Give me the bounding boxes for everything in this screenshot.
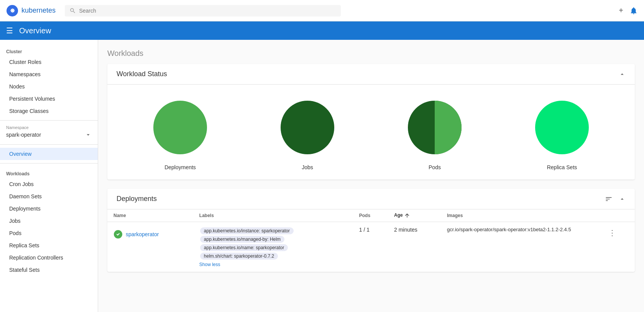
chart-jobs: Jobs xyxy=(277,97,338,170)
main-layout: Cluster Cluster Roles Namespaces Nodes P… xyxy=(0,40,644,312)
label-chip-2: app.kubernetes.io/name: sparkoperator xyxy=(200,244,288,251)
workloads-section-label: Workloads xyxy=(0,167,98,178)
cluster-section-label: Cluster xyxy=(0,44,98,56)
chart-label-deployments: Deployments xyxy=(164,164,196,170)
logo-text: kubernetes xyxy=(21,7,56,15)
sidebar-item-nodes[interactable]: Nodes xyxy=(0,80,98,93)
chart-replica-sets: Replica Sets xyxy=(531,97,593,170)
sidebar-divider-2 xyxy=(0,144,98,145)
collapse-deployments-button[interactable] xyxy=(619,196,626,203)
sidebar-item-stateful-sets[interactable]: Stateful Sets xyxy=(0,264,98,276)
row-age: 2 minutes xyxy=(388,222,441,272)
sidebar-divider-3 xyxy=(0,163,98,163)
jobs-pie xyxy=(277,97,338,158)
sidebar: Cluster Cluster Roles Namespaces Nodes P… xyxy=(0,40,98,312)
table-actions xyxy=(605,195,626,203)
sidebar-item-namespaces[interactable]: Namespaces xyxy=(0,68,98,80)
workload-status-title: Workload Status xyxy=(117,70,167,78)
chevron-down-icon xyxy=(85,131,92,138)
sidebar-item-replica-sets[interactable]: Replica Sets xyxy=(0,239,98,252)
page-header: ☰ Overview xyxy=(0,21,644,40)
col-pods: Pods xyxy=(353,209,388,222)
sidebar-item-daemon-sets[interactable]: Daemon Sets xyxy=(0,190,98,203)
sidebar-item-persistent-volumes[interactable]: Persistent Volumes xyxy=(0,93,98,105)
chart-label-jobs: Jobs xyxy=(302,164,313,170)
charts-row: Deployments Jobs Pods xyxy=(107,85,635,180)
sidebar-item-storage-classes[interactable]: Storage Classes xyxy=(0,105,98,117)
sidebar-item-jobs[interactable]: Jobs xyxy=(0,215,98,227)
row-pods: 1 / 1 xyxy=(353,222,388,272)
namespace-label: Namespace xyxy=(0,124,98,130)
sidebar-item-cron-jobs[interactable]: Cron Jobs xyxy=(0,178,98,190)
search-icon xyxy=(69,7,76,14)
svg-text:⎈: ⎈ xyxy=(10,7,15,14)
replica-sets-pie xyxy=(531,97,593,158)
workload-status-collapse[interactable] xyxy=(619,71,626,78)
kubernetes-logo-icon: ⎈ xyxy=(6,5,18,17)
filter-button[interactable] xyxy=(605,195,613,203)
collapse-deployments-icon xyxy=(619,196,626,203)
page-title: Overview xyxy=(19,26,51,35)
notifications-button[interactable] xyxy=(629,7,638,15)
deployments-title: Deployments xyxy=(117,195,157,203)
chart-pods: Pods xyxy=(404,97,465,170)
status-ok-icon xyxy=(113,230,123,239)
sidebar-item-replication-controllers[interactable]: Replication Controllers xyxy=(0,252,98,264)
filter-icon xyxy=(605,195,613,203)
workload-status-card: Workload Status Deployments xyxy=(107,64,635,180)
search-input[interactable] xyxy=(79,8,336,14)
row-more: ⋮ xyxy=(601,222,635,272)
section-title: Workloads xyxy=(107,49,635,58)
sidebar-item-deployments[interactable]: Deployments xyxy=(0,203,98,215)
sidebar-item-overview[interactable]: Overview xyxy=(0,148,98,160)
table-row: sparkoperator app.kubernetes.io/instance… xyxy=(107,222,635,272)
row-status-name: sparkoperator xyxy=(107,222,193,243)
svg-point-2 xyxy=(153,101,207,154)
pods-pie xyxy=(404,97,465,158)
svg-point-3 xyxy=(281,101,334,154)
table-head: Name Labels Pods Age Images xyxy=(107,209,635,222)
deployment-link[interactable]: sparkoperator xyxy=(126,231,159,237)
menu-icon[interactable]: ☰ xyxy=(6,26,13,35)
namespace-select[interactable]: spark-operator xyxy=(0,130,98,141)
sidebar-divider xyxy=(0,120,98,121)
deployments-table-header: Deployments xyxy=(107,189,635,209)
deployments-table: Name Labels Pods Age Images xyxy=(107,209,635,272)
col-age[interactable]: Age xyxy=(388,209,441,222)
show-less-link[interactable]: Show less xyxy=(199,262,347,267)
chart-label-pods: Pods xyxy=(429,164,441,170)
more-actions-button[interactable]: ⋮ xyxy=(607,227,618,239)
row-image: gcr.io/spark-operator/spark-operator:v1b… xyxy=(441,222,601,272)
table-body: sparkoperator app.kubernetes.io/instance… xyxy=(107,222,635,272)
sidebar-item-cluster-roles[interactable]: Cluster Roles xyxy=(0,56,98,68)
deployments-pie xyxy=(150,97,211,158)
row-labels: app.kubernetes.io/instance: sparkoperato… xyxy=(193,222,353,272)
col-images: Images xyxy=(441,209,601,222)
label-chip-0: app.kubernetes.io/instance: sparkoperato… xyxy=(200,227,294,234)
collapse-icon xyxy=(619,71,626,78)
bell-icon xyxy=(629,7,638,15)
chart-deployments: Deployments xyxy=(150,97,211,170)
main-content: Workloads Workload Status Deployments xyxy=(98,40,644,312)
col-actions xyxy=(601,209,635,222)
deployments-card: Deployments xyxy=(107,189,635,272)
table-header-row: Name Labels Pods Age Images xyxy=(107,209,635,222)
workload-status-header: Workload Status xyxy=(107,64,635,85)
label-chip-3: helm.sh/chart: sparkoperator-0.7.2 xyxy=(200,253,278,260)
topbar: ⎈ kubernetes + xyxy=(0,0,644,21)
search-box[interactable] xyxy=(65,5,341,16)
add-button[interactable]: + xyxy=(619,6,623,15)
col-labels: Labels xyxy=(193,209,353,222)
logo: ⎈ kubernetes xyxy=(6,5,56,17)
chart-label-replica-sets: Replica Sets xyxy=(547,164,577,170)
sort-asc-icon xyxy=(404,212,410,219)
sidebar-item-pods[interactable]: Pods xyxy=(0,227,98,239)
col-name: Name xyxy=(107,209,193,222)
topbar-actions: + xyxy=(619,6,638,15)
label-chip-1: app.kubernetes.io/managed-by: Helm xyxy=(200,236,284,243)
svg-point-5 xyxy=(535,101,589,154)
